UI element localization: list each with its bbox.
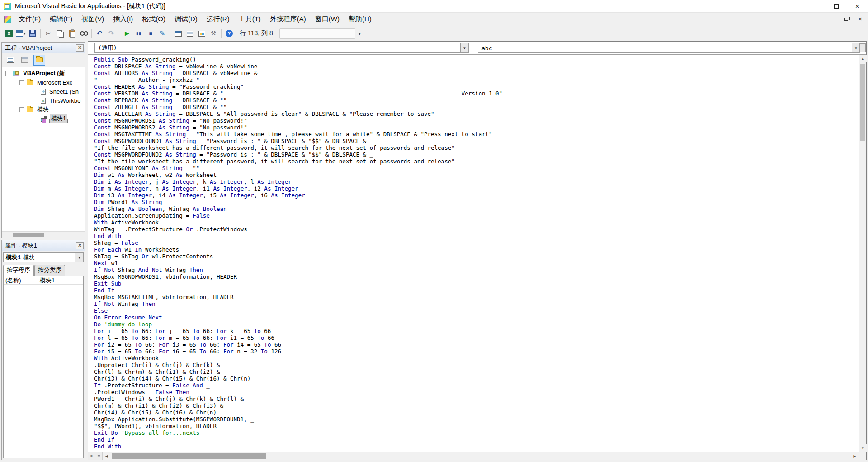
- scroll-up-icon[interactable]: ▲: [859, 55, 867, 62]
- project-panel-close-icon[interactable]: ✕: [76, 44, 84, 52]
- code-line: "If the file worksheet has a different p…: [94, 144, 859, 151]
- tree-item-4[interactable]: -模块: [2, 105, 85, 114]
- tree-item-label: VBAProject (新: [22, 69, 66, 78]
- menu-item-0[interactable]: 文件(F): [14, 13, 45, 26]
- mdi-minimize-button[interactable]: –: [826, 14, 839, 24]
- help-button[interactable]: [223, 28, 235, 39]
- menu-item-5[interactable]: 调试(D): [170, 13, 202, 26]
- full-module-view-button[interactable]: ≣: [95, 452, 103, 460]
- property-value-cell[interactable]: 模块1: [38, 276, 83, 284]
- run-button[interactable]: [121, 28, 133, 39]
- save-button[interactable]: [27, 28, 38, 39]
- properties-panel-close-icon[interactable]: ✕: [76, 242, 84, 249]
- code-editor[interactable]: Public Sub Password_cracking()Const DBLS…: [88, 55, 859, 452]
- object-combobox[interactable]: (通用) ▼: [94, 43, 469, 53]
- chevron-down-icon[interactable]: ▼: [460, 43, 468, 52]
- collapse-icon[interactable]: -: [19, 107, 24, 112]
- code-vscrollbar[interactable]: ▲ ▼: [859, 55, 866, 452]
- procedure-combobox[interactable]: abc ▼: [478, 43, 860, 53]
- menu-item-7[interactable]: 工具(T): [234, 13, 265, 26]
- menu-item-6[interactable]: 运行(R): [202, 13, 234, 26]
- code-line: Dim w1 As Worksheet, w2 As Worksheet: [94, 171, 859, 178]
- hscrollbar-thumb[interactable]: [112, 453, 266, 459]
- properties-object-combobox[interactable]: 模块1 模块 ▼: [3, 252, 84, 262]
- menu-item-3[interactable]: 插入(I): [108, 13, 137, 26]
- hscrollbar-thumb[interactable]: [13, 233, 44, 237]
- app-icon[interactable]: [4, 3, 11, 10]
- code-line: MsgBox MSGTAKETIME, vbInformation, HEADE…: [94, 294, 859, 300]
- dropdown-arrow-icon[interactable]: ▾: [24, 31, 26, 36]
- mdi-restore-button[interactable]: [840, 14, 853, 24]
- find-button[interactable]: [78, 28, 90, 39]
- standard-toolbar: ▾ 行 113, 列 8 ▾: [0, 26, 868, 41]
- tree-item-3[interactable]: ThisWorkbo: [2, 96, 85, 105]
- code-line: ShTag = ShTag Or w1.ProtectContents: [94, 253, 859, 260]
- object-browser-button[interactable]: [196, 28, 208, 39]
- tab-categorized[interactable]: 按分类序: [34, 265, 65, 276]
- view-code-icon: [7, 57, 14, 63]
- menu-item-4[interactable]: 格式(O): [137, 13, 170, 26]
- properties-panel: 属性 - 模块1 ✕ 模块1 模块 ▼ 按字母序 按分类序 (名称) 模块1: [1, 240, 85, 460]
- folder-icon: [27, 80, 33, 85]
- project-panel-toolbar: [2, 53, 85, 67]
- scroll-down-icon[interactable]: ▼: [859, 444, 867, 452]
- code-line: Dim m As Integer, n As Integer, i1 As In…: [94, 185, 859, 192]
- code-hscrollbar[interactable]: ≡ ≣ ◀ ▶: [88, 452, 859, 460]
- procedure-view-button[interactable]: ≡: [88, 452, 95, 460]
- code-line: Do 'dummy do loop: [94, 321, 859, 328]
- view-code-button[interactable]: [5, 55, 16, 66]
- toolbar-options-chevron[interactable]: ▾: [356, 28, 363, 39]
- tree-item-1[interactable]: -Microsoft Exc: [2, 78, 85, 87]
- mdi-close-button[interactable]: ✕: [854, 14, 867, 24]
- code-line: Public Sub Password_cracking(): [94, 56, 859, 63]
- minimize-button[interactable]: –: [805, 0, 826, 12]
- maximize-button[interactable]: [826, 0, 847, 12]
- vba-child-window-icon[interactable]: [4, 16, 11, 23]
- tree-item-label: ThisWorkbo: [48, 97, 82, 105]
- vscrollbar-thumb[interactable]: [860, 64, 865, 141]
- break-button[interactable]: [133, 28, 145, 39]
- collapse-icon[interactable]: -: [5, 71, 10, 76]
- insert-userform-button[interactable]: ▾: [15, 28, 27, 39]
- menu-item-8[interactable]: 外接程序(A): [265, 13, 311, 26]
- scroll-left-icon[interactable]: ◀: [103, 452, 110, 460]
- undo-icon: [95, 29, 104, 38]
- code-line: End If: [94, 287, 859, 294]
- properties-window-icon: [187, 31, 193, 37]
- menu-item-2[interactable]: 视图(V): [77, 13, 108, 26]
- collapse-icon[interactable]: -: [19, 80, 24, 85]
- toggle-folders-button[interactable]: [33, 55, 45, 66]
- tree-item-0[interactable]: -VBAProject (新: [2, 69, 85, 78]
- tree-item-5[interactable]: 模块1: [2, 114, 85, 123]
- paste-button[interactable]: [66, 28, 78, 39]
- code-line: Const ALLCLEAR As String = DBLSPACE & "A…: [94, 110, 859, 117]
- view-excel-button[interactable]: [3, 28, 15, 39]
- chevron-down-icon[interactable]: ▼: [75, 253, 83, 262]
- copy-button[interactable]: [54, 28, 66, 39]
- hscrollbar-track[interactable]: [110, 452, 851, 460]
- property-row[interactable]: (名称) 模块1: [4, 276, 83, 285]
- tab-alphabetic[interactable]: 按字母序: [3, 265, 34, 276]
- toolbox-button[interactable]: [208, 28, 219, 39]
- tree-item-2[interactable]: Sheet1 (Sh: [2, 87, 85, 96]
- maximize-icon: [834, 4, 839, 9]
- properties-panel-title: 属性 - 模块1: [5, 242, 76, 250]
- property-name-cell: (名称): [4, 276, 38, 284]
- chevron-down-icon[interactable]: ▼: [852, 43, 860, 52]
- design-mode-button[interactable]: [156, 28, 168, 39]
- toolbar-separator: [170, 29, 170, 38]
- scroll-right-icon[interactable]: ▶: [851, 452, 859, 460]
- window-split-box[interactable]: [859, 43, 866, 52]
- properties-window-button[interactable]: [184, 28, 196, 39]
- view-object-button[interactable]: [19, 55, 31, 66]
- menu-item-9[interactable]: 窗口(W): [311, 13, 344, 26]
- menu-item-10[interactable]: 帮助(H): [344, 13, 376, 26]
- redo-button[interactable]: [105, 28, 117, 39]
- reset-button[interactable]: [145, 28, 156, 39]
- undo-button[interactable]: [94, 28, 105, 39]
- project-explorer-button[interactable]: [172, 28, 184, 39]
- menu-item-1[interactable]: 编辑(E): [45, 13, 77, 26]
- project-tree-hscrollbar[interactable]: [2, 231, 85, 238]
- cut-button[interactable]: [42, 28, 54, 39]
- close-button[interactable]: ×: [847, 0, 868, 12]
